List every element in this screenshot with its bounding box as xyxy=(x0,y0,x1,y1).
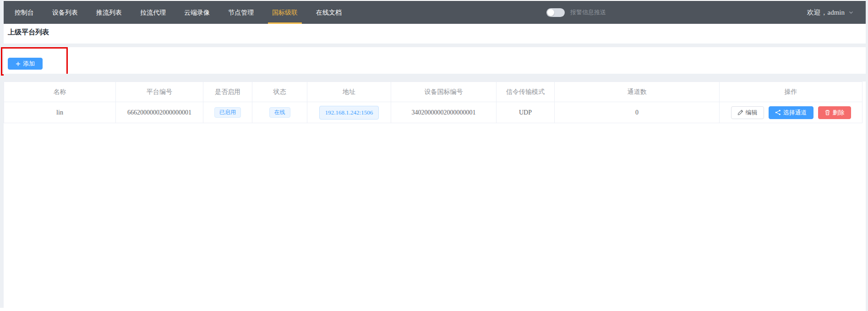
toggle-knob xyxy=(547,9,554,16)
edit-button-label: 编辑 xyxy=(746,109,758,117)
divider-band xyxy=(4,74,866,82)
col-header-channel-count: 通道数 xyxy=(555,82,720,102)
divider-band xyxy=(4,44,866,47)
cell-enabled: 已启用 xyxy=(203,102,252,123)
cell-name: lin xyxy=(4,102,116,123)
col-header-enabled: 是否启用 xyxy=(203,82,252,102)
alarm-push-label: 报警信息推送 xyxy=(570,8,606,16)
col-header-address: 地址 xyxy=(307,82,391,102)
nav-menu: 控制台 设备列表 推流列表 拉流代理 云端录像 节点管理 国标级联 在线文档 xyxy=(4,1,342,24)
cell-transport-mode: UDP xyxy=(497,102,555,123)
top-navbar: 控制台 设备列表 推流列表 拉流代理 云端录像 节点管理 国标级联 在线文档 报… xyxy=(4,1,866,24)
nav-item-gb-cascade[interactable]: 国标级联 xyxy=(272,1,298,24)
cell-channel-count: 0 xyxy=(555,102,720,123)
row-actions: 编辑 选择通道 删除 xyxy=(720,106,862,119)
cell-address: 192.168.1.242:1506 xyxy=(307,102,391,123)
add-button[interactable]: 添加 xyxy=(8,58,43,70)
nav-item-node-manage[interactable]: 节点管理 xyxy=(228,1,254,24)
alarm-push-toggle[interactable] xyxy=(546,8,565,17)
status-badge: 在线 xyxy=(269,107,290,118)
cell-device-gb-id: 34020000002000000001 xyxy=(391,102,497,123)
address-chip: 192.168.1.242:1506 xyxy=(319,106,379,120)
table-row: lin 66620000002000000001 已启用 在线 192.168.… xyxy=(4,102,863,123)
col-header-device-gb-id: 设备国标编号 xyxy=(391,82,497,102)
nav-item-cloud-record[interactable]: 云端录像 xyxy=(184,1,210,24)
col-header-name: 名称 xyxy=(4,82,116,102)
cell-platform-id: 66620000002000000001 xyxy=(116,102,203,123)
select-channel-button[interactable]: 选择通道 xyxy=(769,106,813,119)
edit-button[interactable]: 编辑 xyxy=(731,106,764,119)
page-right-gutter xyxy=(866,0,868,311)
user-menu[interactable]: 欢迎，admin xyxy=(807,1,854,24)
cell-operations: 编辑 选择通道 删除 xyxy=(720,102,863,123)
alarm-push-group: 报警信息推送 xyxy=(546,1,606,24)
col-header-operations: 操作 xyxy=(720,82,863,102)
page-title: 上级平台列表 xyxy=(8,28,49,37)
delete-button-label: 删除 xyxy=(833,109,845,117)
table-header-row: 名称 平台编号 是否启用 状态 地址 设备国标编号 信令传输模式 通道数 操作 xyxy=(4,82,863,102)
share-icon xyxy=(775,109,781,115)
col-header-transport-mode: 信令传输模式 xyxy=(497,82,555,102)
welcome-text: 欢迎，admin xyxy=(807,8,845,17)
chevron-down-icon xyxy=(848,10,854,15)
add-button-label: 添加 xyxy=(23,60,35,68)
nav-item-push-list[interactable]: 推流列表 xyxy=(96,1,122,24)
pencil-icon xyxy=(737,109,743,115)
select-channel-button-label: 选择通道 xyxy=(783,109,807,117)
col-header-status: 状态 xyxy=(252,82,307,102)
col-header-platform-id: 平台编号 xyxy=(116,82,203,102)
nav-item-device-list[interactable]: 设备列表 xyxy=(52,1,78,24)
platform-table: 名称 平台编号 是否启用 状态 地址 设备国标编号 信令传输模式 通道数 操作 … xyxy=(4,82,862,123)
nav-item-pull-proxy[interactable]: 拉流代理 xyxy=(140,1,166,24)
nav-item-console[interactable]: 控制台 xyxy=(15,1,34,24)
delete-button[interactable]: 删除 xyxy=(818,106,851,119)
trash-icon xyxy=(824,109,830,115)
enabled-badge: 已启用 xyxy=(214,107,241,118)
nav-item-online-docs[interactable]: 在线文档 xyxy=(316,1,342,24)
cell-status: 在线 xyxy=(252,102,307,123)
page-left-gutter xyxy=(0,0,4,308)
plus-icon xyxy=(16,61,21,66)
